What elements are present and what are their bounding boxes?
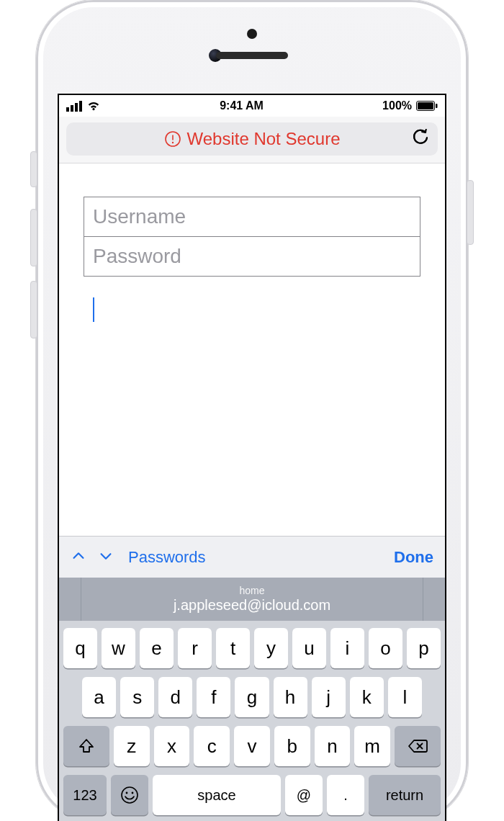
passwords-button[interactable]: Passwords (128, 548, 206, 567)
input-accessory-bar: Passwords Done (59, 536, 445, 578)
status-bar: 9:41 AM 100% (59, 95, 445, 117)
key-row-3: z x c v b n m (63, 726, 441, 766)
key-j[interactable]: j (312, 677, 346, 717)
svg-rect-2 (436, 104, 438, 108)
device-camera (247, 29, 257, 39)
svg-point-10 (132, 792, 134, 794)
key-n[interactable]: n (315, 726, 351, 766)
keyboard: q w e r t y u i o p a s d f g h j k l (59, 621, 445, 821)
screen: 9:41 AM 100% Website Not Secure (58, 94, 446, 821)
space-key[interactable]: space (153, 775, 281, 815)
autofill-value: j.appleseed@icloud.com (174, 597, 330, 614)
address-bar-warning: Website Not Secure (164, 129, 341, 149)
key-i[interactable]: i (330, 628, 364, 668)
key-e[interactable]: e (140, 628, 174, 668)
key-q[interactable]: q (63, 628, 97, 668)
svg-rect-1 (418, 102, 433, 109)
svg-point-8 (122, 787, 138, 803)
backspace-icon (408, 738, 428, 754)
key-s[interactable]: s (120, 677, 154, 717)
key-b[interactable]: b (274, 726, 310, 766)
key-d[interactable]: d (158, 677, 192, 717)
key-f[interactable]: f (197, 677, 230, 717)
key-a[interactable]: a (82, 677, 116, 717)
shift-key[interactable] (63, 726, 109, 766)
device-mute-switch (30, 151, 37, 187)
password-field[interactable] (84, 236, 420, 277)
key-w[interactable]: w (102, 628, 135, 668)
key-m[interactable]: m (354, 726, 390, 766)
status-left (66, 101, 101, 112)
at-key[interactable]: @ (285, 775, 323, 815)
cellular-signal-icon (66, 101, 82, 112)
device-volume-up (30, 209, 37, 266)
dot-key[interactable]: . (327, 775, 364, 815)
key-c[interactable]: c (194, 726, 230, 766)
key-h[interactable]: h (274, 677, 307, 717)
key-r[interactable]: r (178, 628, 212, 668)
key-z[interactable]: z (114, 726, 150, 766)
key-row-2: a s d f g h j k l (63, 677, 441, 717)
device-volume-down (30, 281, 37, 338)
key-row-4: 123 space @ . return (63, 775, 441, 815)
key-l[interactable]: l (388, 677, 422, 717)
key-t[interactable]: t (216, 628, 250, 668)
emoji-key[interactable] (111, 775, 148, 815)
phone-body: 9:41 AM 100% Website Not Secure (36, 0, 468, 821)
reload-button[interactable] (412, 129, 429, 149)
battery-icon (416, 101, 438, 111)
backspace-key[interactable] (395, 726, 441, 766)
return-key[interactable]: return (369, 775, 441, 815)
toolbar: Website Not Secure (59, 117, 445, 163)
battery-percentage: 100% (382, 99, 412, 112)
shift-icon (78, 737, 95, 755)
key-y[interactable]: y (254, 628, 288, 668)
svg-point-9 (126, 792, 128, 794)
autofill-pad-right (423, 578, 445, 621)
autofill-bar: home j.appleseed@icloud.com (59, 578, 445, 621)
autofill-suggestion[interactable]: home j.appleseed@icloud.com (81, 578, 423, 621)
status-time: 9:41 AM (220, 99, 264, 112)
key-row-1: q w e r t y u i o p (63, 628, 441, 668)
done-button[interactable]: Done (394, 548, 433, 567)
device-power-button (467, 180, 474, 245)
username-field[interactable] (84, 197, 420, 237)
web-page (59, 163, 445, 536)
emoji-icon (120, 786, 139, 804)
numbers-key[interactable]: 123 (63, 775, 107, 815)
next-field-button[interactable] (98, 548, 114, 567)
autofill-pad-left (59, 578, 81, 621)
wifi-icon (86, 101, 101, 111)
warning-icon (164, 130, 181, 148)
key-x[interactable]: x (154, 726, 190, 766)
key-p[interactable]: p (407, 628, 441, 668)
key-g[interactable]: g (235, 677, 269, 717)
autofill-category: home (239, 586, 264, 596)
key-k[interactable]: k (350, 677, 384, 717)
device-speaker (216, 52, 288, 59)
address-bar-text: Website Not Secure (187, 129, 341, 149)
status-right: 100% (382, 99, 438, 112)
key-o[interactable]: o (369, 628, 402, 668)
key-u[interactable]: u (292, 628, 326, 668)
key-v[interactable]: v (234, 726, 270, 766)
text-caret (93, 297, 94, 322)
address-bar[interactable]: Website Not Secure (66, 122, 438, 156)
previous-field-button[interactable] (71, 548, 86, 567)
svg-point-5 (171, 142, 173, 143)
